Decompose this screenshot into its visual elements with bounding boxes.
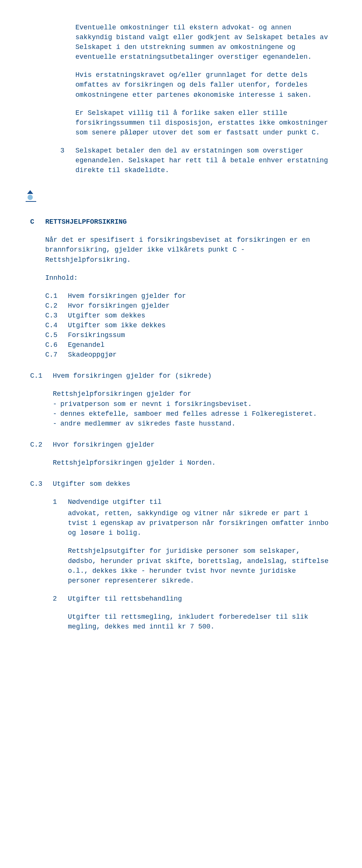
subsection-label: C.3 — [30, 479, 53, 489]
paragraph: Rettshjelpsutgifter for juridiske person… — [68, 546, 332, 585]
dot-icon — [28, 195, 33, 200]
item-text: Selskapet betaler den del av erstatninge… — [75, 146, 332, 175]
item-number: 2 — [53, 594, 68, 604]
toc-value: Skadeoppgjør — [68, 350, 117, 360]
subsection-heading: C.1 Hvem forsikringen gjelder for (sikre… — [30, 371, 332, 381]
subsection-heading: C.2 Hvor forsikringen gjelder — [30, 440, 332, 450]
section-label: C — [30, 217, 45, 227]
toc-value: Hvor forsikringen gjelder — [68, 301, 170, 311]
subsection-title: Utgifter som dekkes — [53, 479, 332, 489]
toc-value: Egenandel — [68, 340, 104, 350]
innhold-label: Innhold: — [45, 273, 332, 283]
toc-value: Forsikringssum — [68, 330, 125, 340]
section-marker-icon — [26, 190, 332, 202]
paragraph: Hvis erstatningskravet og/eller grunnlag… — [75, 70, 332, 99]
toc-value: Utgifter som ikke dekkes — [68, 320, 166, 330]
toc: C.1 Hvem forsikringen gjelder for C.2 Hv… — [45, 291, 332, 360]
subsection-label: C.1 — [30, 371, 53, 381]
list-item: 2 Utgifter til rettsbehandling — [53, 594, 332, 604]
subsection-title: Hvem forsikringen gjelder for (sikrede) — [53, 371, 332, 381]
list-item: 1 Nødvendige utgifter til — [53, 497, 332, 507]
toc-value: Hvem forsikringen gjelder for — [68, 291, 186, 301]
paragraph: Eventuelle omkostninger til ekstern advo… — [75, 23, 332, 62]
list-item: - andre medlemmer av sikredes faste huss… — [53, 419, 332, 429]
toc-key: C.3 — [45, 311, 68, 320]
arrow-up-icon — [27, 190, 33, 194]
subsection-label: C.2 — [30, 440, 53, 450]
paragraph: Er Selskapet villig til å forlike saken … — [75, 108, 332, 137]
list-item: - dennes ektefelle, samboer med felles a… — [53, 409, 332, 419]
toc-item: C.5 Forsikringssum — [45, 330, 332, 340]
list-item: 3 Selskapet betaler den del av erstatnin… — [60, 146, 332, 175]
list-text: dennes ektefelle, samboer med felles adr… — [60, 409, 332, 419]
paragraph: Rettshjelpforsikringen gjelder for — [53, 389, 332, 399]
dash-icon: - — [53, 409, 60, 419]
toc-key: C.5 — [45, 330, 68, 340]
paragraph: Utgifter til rettsmegling, inkludert for… — [68, 612, 332, 632]
toc-item: C.6 Egenandel — [45, 340, 332, 350]
paragraph: advokat, retten, sakkyndige og vitner nå… — [68, 508, 332, 538]
item-number: 3 — [60, 146, 75, 175]
subsection-body: Rettshjelpforsikringen gjelder for - pri… — [53, 389, 332, 428]
dash-icon: - — [53, 399, 60, 409]
toc-value: Utgifter som dekkes — [68, 311, 145, 320]
item-number: 1 — [53, 497, 68, 507]
section-heading: C RETTSHJELPFORSIKRING — [30, 217, 332, 227]
toc-key: C.4 — [45, 320, 68, 330]
list-text: andre medlemmer av sikredes faste hussta… — [60, 419, 332, 429]
subsection-heading: C.3 Utgifter som dekkes — [30, 479, 332, 489]
list-text: privatperson som er nevnt i forsikringsb… — [60, 399, 332, 409]
dash-icon: - — [53, 419, 60, 429]
item-text: Utgifter til rettsbehandling — [68, 594, 332, 604]
list-item: - privatperson som er nevnt i forsikring… — [53, 399, 332, 409]
section-title: RETTSHJELPFORSIKRING — [45, 217, 127, 227]
toc-key: C.2 — [45, 301, 68, 311]
toc-key: C.6 — [45, 340, 68, 350]
subsection-title: Hvor forsikringen gjelder — [53, 440, 332, 450]
toc-item: C.1 Hvem forsikringen gjelder for — [45, 291, 332, 301]
toc-item: C.2 Hvor forsikringen gjelder — [45, 301, 332, 311]
item-text: Nødvendige utgifter til — [68, 497, 332, 507]
item-lead: Nødvendige utgifter til — [68, 498, 161, 506]
toc-item: C.7 Skadeoppgjør — [45, 350, 332, 360]
toc-item: C.4 Utgifter som ikke dekkes — [45, 320, 332, 330]
toc-item: C.3 Utgifter som dekkes — [45, 311, 332, 320]
underline-icon — [26, 201, 36, 202]
paragraph: Rettshjelpforsikringen gjelder i Norden. — [53, 458, 332, 468]
toc-key: C.7 — [45, 350, 68, 360]
paragraph: Når det er spesifisert i forsikringsbevi… — [45, 235, 332, 264]
toc-key: C.1 — [45, 291, 68, 301]
